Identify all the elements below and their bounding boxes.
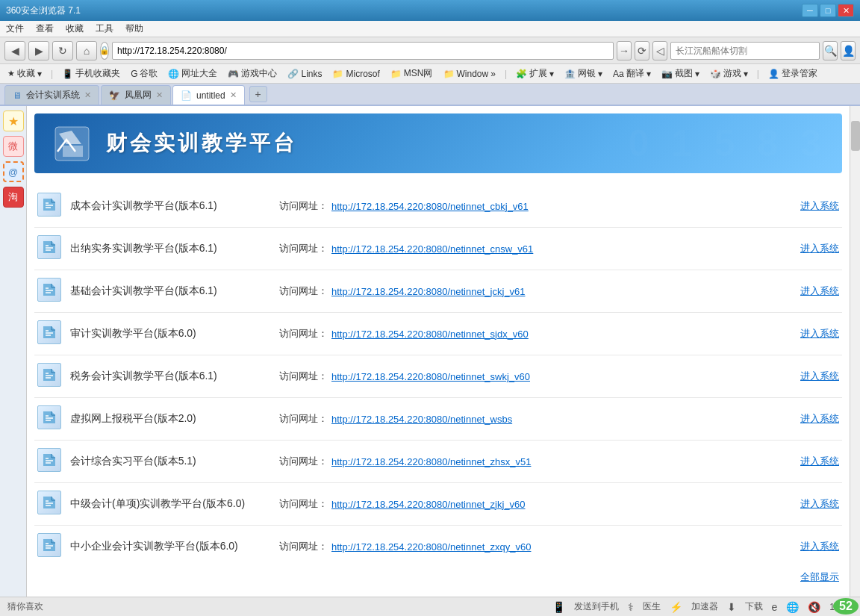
scroll-thumb[interactable] [851,121,860,151]
bookmark-msn[interactable]: 📁 MSN网 [387,66,436,81]
platform-url-label-2: 访问网址： [279,284,331,298]
bookmark-window[interactable]: 📁 Window » [440,67,499,81]
logo-svg [52,123,93,164]
address-input[interactable] [112,42,614,60]
platform-enter-4[interactable]: 进入系统 [779,370,839,383]
close-button[interactable]: ✕ [838,4,854,17]
ie2-icon[interactable]: 🌐 [786,601,799,613]
sidebar-favorites-icon[interactable]: ★ [3,111,24,131]
platform-url-label-3: 访问网址： [279,327,331,340]
360-badge[interactable]: 52 [833,598,859,615]
platform-enter-2[interactable]: 进入系统 [779,284,839,298]
go-button[interactable]: → [617,41,632,60]
bookmark-google[interactable]: G 谷歌 [128,66,161,81]
tab-close-3[interactable]: ✕ [230,90,237,100]
menu-view[interactable]: 查看 [36,22,54,35]
platform-url-label-4: 访问网址： [279,370,331,383]
bookmark-mobile[interactable]: 📱 手机收藏夹 [59,66,123,81]
platform-row-6: 会计综合实习平台(版本5.1) 访问网址： http://172.18.254.… [34,441,842,483]
accelerator-icon[interactable]: ⚡ [670,601,682,613]
platform-enter-8[interactable]: 进入系统 [779,540,839,553]
platform-url-3[interactable]: http://172.18.254.220:8080/netinnet_sjdx… [331,329,779,340]
tab-close-1[interactable]: ✕ [84,90,91,100]
platform-icon-2 [37,278,64,305]
platform-enter-1[interactable]: 进入系统 [779,242,839,255]
platform-enter-7[interactable]: 进入系统 [779,497,839,511]
sidebar-shop-icon[interactable]: 淘 [3,187,24,208]
tab-accounting-system[interactable]: 🖥 会计实训系统 ✕ [4,85,99,105]
footer-company: NW 厦门网中网软件有限公司 [34,587,842,597]
ie-icon[interactable]: e [772,601,778,613]
platform-name-5: 虚拟网上报税平台(版本2.0) [70,412,279,426]
platform-url-label-1: 访问网址： [279,242,331,255]
download-icon[interactable]: ⬇ [727,601,736,613]
scrollbar[interactable] [850,106,860,597]
platform-url-label-8: 访问网址： [279,540,331,553]
platform-enter-0[interactable]: 进入系统 [779,199,839,213]
back-button[interactable]: ◀ [4,41,25,60]
bookmark-links[interactable]: 🔗 Links [284,67,325,81]
tab-label-3: untitled [196,90,225,101]
tab-close-2[interactable]: ✕ [156,90,163,100]
header-banner: 财会实训教学平台 0 1 5 8 3 [34,113,842,173]
platform-url-2[interactable]: http://172.18.254.220:8080/netinnet_jckj… [331,286,779,297]
menu-file[interactable]: 文件 [6,22,24,35]
accelerator-label: 加速器 [691,600,718,613]
minimize-button[interactable]: ─ [802,4,818,17]
menu-help[interactable]: 帮助 [125,22,143,35]
bookmark-favorites[interactable]: ★ 收藏 ▾ [4,66,45,81]
platform-url-label-0: 访问网址： [279,199,331,213]
download-label: 下载 [745,600,763,613]
bookmark-extensions[interactable]: 🧩 扩展 ▾ [513,66,557,81]
platform-name-8: 中小企业会计实训教学平台(版本6.0) [70,540,279,553]
forward-button[interactable]: ▶ [28,41,49,60]
prev-page-button[interactable]: ◁ [652,41,667,60]
platform-url-6[interactable]: http://172.18.254.220:8080/netinnet_zhsx… [331,456,779,467]
platform-url-8[interactable]: http://172.18.254.220:8080/netinnet_zxqy… [331,541,779,553]
bookmark-ebank[interactable]: 🏦 网银 ▾ [561,66,605,81]
menu-favorites[interactable]: 收藏 [66,22,84,35]
platform-url-5[interactable]: http://172.18.254.220:8080/netinnet_wsbs [331,414,779,425]
tab-icon-1: 🖥 [13,90,22,101]
new-tab-button[interactable]: + [249,86,267,102]
tab-fenghuang[interactable]: 🦅 凤凰网 ✕ [101,85,171,105]
platform-url-0[interactable]: http://172.18.254.220:8080/netinnet_cbkj… [331,201,779,212]
platform-name-4: 税务会计实训教学平台(版本6.1) [70,370,279,383]
platform-enter-5[interactable]: 进入系统 [779,412,839,426]
platform-url-label-5: 访问网址： [279,412,331,426]
doctor-icon[interactable]: ⚕ [628,601,634,613]
platform-name-0: 成本会计实训教学平台(版本6.1) [70,199,279,213]
platform-url-1[interactable]: http://172.18.254.220:8080/netinnet_cnsw… [331,243,779,255]
refresh-button[interactable]: ↻ [52,41,73,60]
status-left: 猜你喜欢 [7,600,540,613]
bookmark-url[interactable]: 🌐 网址大全 [165,66,220,81]
send-to-phone-icon[interactable]: 📱 [552,601,565,613]
tab-untitled[interactable]: 📄 untitled ✕ [172,85,245,105]
mute-icon[interactable]: 🔇 [808,601,820,613]
bookmark-login[interactable]: 👤 登录管家 [765,66,820,81]
maximize-button[interactable]: □ [820,4,836,17]
menu-tools[interactable]: 工具 [96,22,113,35]
sidebar-weibo-icon[interactable]: 微 [3,136,24,157]
platform-enter-6[interactable]: 进入系统 [779,455,839,468]
bookmark-game2[interactable]: 🎲 游戏 ▾ [707,66,751,81]
platform-url-4[interactable]: http://172.18.254.220:8080/netinnet_swkj… [331,371,779,382]
bookmark-microsoft[interactable]: 📁 Microsof [329,67,382,81]
platform-row-0: 成本会计实训教学平台(版本6.1) 访问网址： http://172.18.25… [34,185,842,228]
platform-url-7[interactable]: http://172.18.254.220:8080/netinnet_zjkj… [331,499,779,510]
profile-icon[interactable]: 👤 [841,41,856,60]
platform-enter-3[interactable]: 进入系统 [779,327,839,340]
platform-row-7: 中级会计(单项)实训教学平台(版本6.0) 访问网址： http://172.1… [34,483,842,526]
bookmark-games[interactable]: 🎮 游戏中心 [225,66,280,81]
platform-icon-8 [37,533,64,560]
bookmark-screenshot[interactable]: 📷 截图 ▾ [658,66,702,81]
doctor-label: 医生 [643,600,661,613]
show-all-link[interactable]: 全部显示 [34,567,842,587]
refresh2-button[interactable]: ⟳ [635,41,649,60]
bookmark-translate[interactable]: Aa 翻译 ▾ [610,66,654,81]
sidebar-mail-icon[interactable]: @ [3,161,24,182]
search-button[interactable]: 🔍 [823,41,838,60]
home-button[interactable]: ⌂ [76,41,97,60]
platform-icon-4 [37,363,64,390]
search-input[interactable] [670,42,820,60]
